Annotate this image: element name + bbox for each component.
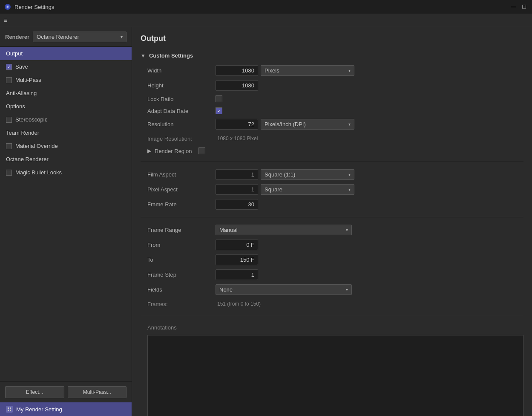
sidebar-item-checkbox-save[interactable] (6, 64, 12, 70)
custom-settings-title: Custom Settings (149, 52, 193, 59)
height-label: Height (147, 82, 216, 89)
pixel-aspect-row: Pixel Aspect Square ▾ (147, 182, 523, 197)
sidebar-item-output[interactable]: Output (0, 47, 132, 60)
menu-icon[interactable]: ≡ (3, 17, 7, 24)
adapt-data-rate-row: Adapt Data Rate (147, 105, 523, 117)
image-resolution-row: Image Resolution: 1080 x 1080 Pixel (147, 132, 523, 145)
render-region-row: ▶ Render Region (147, 145, 523, 156)
divider-3 (141, 316, 523, 316)
aspect-form: Film Aspect Square (1:1) ▾ Pixel Aspect … (141, 165, 523, 214)
renderer-select-value: Octane Renderer (37, 34, 79, 40)
frame-step-row: Frame Step (147, 267, 523, 282)
frame-range-arrow-icon: ▾ (346, 228, 348, 232)
minimize-button[interactable]: — (510, 3, 518, 11)
sidebar-item-label-anti-aliasing: Anti-Aliasing (6, 90, 37, 96)
sidebar-item-anti-aliasing[interactable]: Anti-Aliasing (0, 87, 132, 100)
app-icon (4, 3, 11, 10)
content-area: Output ▼ Custom Settings Width Pixels ▾ (132, 27, 532, 416)
annotations-row: Annotations (147, 321, 523, 333)
my-render-setting[interactable]: My Render Setting (0, 402, 132, 416)
frames-label: Frames: (147, 301, 216, 307)
frame-range-value: Manual (219, 227, 238, 233)
width-unit-value: Pixels (265, 67, 279, 74)
film-aspect-label: Film Aspect (147, 171, 216, 178)
sidebar-item-checkbox-stereoscopic[interactable] (6, 117, 12, 123)
resolution-unit-select[interactable]: Pixels/Inch (DPI) ▾ (261, 119, 354, 130)
sidebar-item-label-octane-renderer: Octane Renderer (6, 156, 49, 162)
resolution-unit-value: Pixels/Inch (DPI) (265, 121, 306, 127)
effect-button[interactable]: Effect... (5, 386, 64, 398)
lock-ratio-label: Lock Ratio (147, 96, 216, 102)
sidebar-item-checkbox-material-override[interactable] (6, 143, 12, 149)
render-region-expand-icon[interactable]: ▶ (147, 148, 151, 154)
page-title: Output (141, 34, 523, 43)
sidebar-item-octane-renderer[interactable]: Octane Renderer (0, 153, 132, 166)
height-input[interactable] (216, 80, 258, 91)
sidebar-item-label-team-render: Team Render (6, 130, 39, 136)
from-input[interactable] (216, 240, 258, 250)
multi-pass-button[interactable]: Multi-Pass... (68, 386, 127, 398)
svg-rect-5 (8, 410, 9, 411)
sidebar-item-team-render[interactable]: Team Render (0, 126, 132, 139)
render-setting-icon (6, 406, 13, 413)
fields-value: None (219, 286, 233, 293)
pixel-aspect-input[interactable] (216, 184, 258, 195)
divider-1 (141, 162, 523, 162)
sidebar-item-magic-bullet-looks[interactable]: Magic Bullet Looks (0, 166, 132, 179)
pixel-aspect-unit-arrow-icon: ▾ (348, 187, 351, 192)
sidebar-item-label-output: Output (6, 50, 23, 57)
from-row: From (147, 237, 523, 252)
sidebar-item-options[interactable]: Options (0, 100, 132, 113)
title-bar: Render Settings — ☐ (0, 0, 532, 14)
sidebar-item-material-override[interactable]: Material Override (0, 139, 132, 153)
sidebar-item-multi-pass[interactable]: Multi-Pass (0, 73, 132, 87)
svg-rect-3 (8, 407, 9, 409)
width-row: Width Pixels ▾ (147, 63, 523, 78)
lock-ratio-row: Lock Ratio (147, 93, 523, 105)
sidebar-item-stereoscopic[interactable]: Stereoscopic (0, 113, 132, 126)
sidebar-item-checkbox-magic-bullet[interactable] (6, 170, 12, 176)
fields-arrow-icon: ▾ (346, 287, 348, 292)
frames-value: 151 (from 0 to 150) (217, 299, 261, 309)
width-unit-select[interactable]: Pixels ▾ (261, 65, 354, 76)
pixel-aspect-unit-select[interactable]: Square ▾ (261, 184, 354, 195)
renderer-row: Renderer Octane Renderer ▾ (0, 27, 132, 47)
sidebar-item-save[interactable]: Save (0, 60, 132, 73)
pixel-aspect-label: Pixel Aspect (147, 186, 216, 193)
frame-range-form: Frame Range Manual ▾ From To (141, 221, 523, 312)
resolution-label: Resolution (147, 121, 216, 127)
sidebar-item-label-save: Save (15, 64, 28, 70)
menu-bar: ≡ (0, 14, 532, 27)
render-setting-svg-icon (7, 407, 12, 411)
film-aspect-unit-select[interactable]: Square (1:1) ▾ (261, 169, 354, 180)
custom-settings-section: ▼ Custom Settings Width Pixels ▾ Height (141, 50, 523, 416)
fields-label: Fields (147, 286, 216, 293)
width-input[interactable] (216, 65, 258, 76)
width-label: Width (147, 67, 216, 74)
frame-rate-input[interactable] (216, 199, 258, 210)
render-region-label: Render Region (155, 148, 192, 154)
custom-settings-header[interactable]: ▼ Custom Settings (141, 50, 523, 61)
to-input[interactable] (216, 254, 258, 265)
frame-range-select[interactable]: Manual ▾ (216, 225, 352, 235)
to-label: To (147, 257, 216, 263)
sidebar-bottom: Effect... Multi-Pass... (0, 381, 132, 402)
from-label: From (147, 242, 216, 248)
annotations-textarea[interactable] (147, 335, 523, 416)
adapt-data-rate-checkbox[interactable] (216, 107, 222, 114)
frame-step-label: Frame Step (147, 272, 216, 278)
film-aspect-input[interactable] (216, 169, 258, 180)
maximize-button[interactable]: ☐ (520, 3, 528, 11)
lock-ratio-checkbox[interactable] (216, 95, 222, 102)
svg-rect-6 (10, 410, 11, 411)
frame-rate-row: Frame Rate (147, 197, 523, 212)
render-region-checkbox[interactable] (198, 147, 205, 154)
renderer-select[interactable]: Octane Renderer ▾ (33, 32, 127, 42)
resolution-input[interactable] (216, 119, 258, 130)
window-title: Render Settings (14, 4, 54, 10)
fields-select[interactable]: None ▾ (216, 284, 352, 295)
frame-step-input[interactable] (216, 269, 258, 280)
svg-rect-4 (10, 407, 11, 409)
sidebar-item-checkbox-multi-pass[interactable] (6, 77, 12, 83)
sidebar-item-label-stereoscopic: Stereoscopic (15, 116, 47, 123)
